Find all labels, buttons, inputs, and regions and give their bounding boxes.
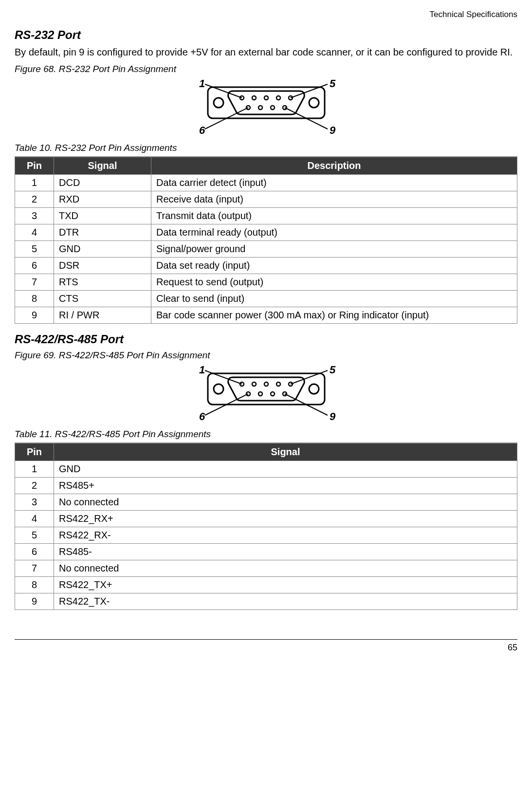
pin-cell: 1 — [15, 461, 54, 478]
pin-cell: 9 — [15, 307, 54, 324]
table-row: 5GNDSignal/power ground — [15, 241, 517, 258]
signal-cell: GND — [54, 461, 517, 478]
table-row: 2RXDReceive data (input) — [15, 191, 517, 208]
table10-caption: Table 10. RS-232 Port Pin Assignments — [15, 143, 517, 153]
signal-cell: RS422_TX+ — [54, 577, 517, 593]
signal-cell: RS422_TX- — [54, 593, 517, 610]
table-row: 2RS485+ — [15, 478, 517, 494]
signal-cell: RS485+ — [54, 478, 517, 494]
desc-cell: Data set ready (input) — [151, 258, 517, 274]
svg-point-2 — [252, 96, 256, 100]
pin-cell: 4 — [15, 511, 54, 527]
pin-cell: 7 — [15, 274, 54, 291]
desc-cell: Data terminal ready (output) — [151, 224, 517, 241]
pin-label-1b: 1 — [199, 364, 205, 376]
signal-cell: RTS — [54, 274, 151, 291]
signal-cell: DCD — [54, 175, 151, 191]
page-content: Technical Specifications RS-232 Port By … — [0, 0, 532, 663]
rs422-pin-table: Pin Signal 1GND2RS485+3No connected4RS42… — [15, 443, 517, 610]
svg-point-20 — [276, 382, 280, 386]
pin-cell: 5 — [15, 241, 54, 258]
svg-point-10 — [214, 98, 223, 108]
pin-label-6: 6 — [199, 124, 205, 136]
signal-cell: No connected — [54, 494, 517, 511]
desc-cell: Request to send (output) — [151, 274, 517, 291]
pin-cell: 1 — [15, 175, 54, 191]
svg-point-18 — [252, 382, 256, 386]
table10-header-desc: Description — [151, 157, 517, 175]
signal-cell: RI / PWR — [54, 307, 151, 324]
table-row: 3TXDTransmit data (output) — [15, 208, 517, 224]
table-row: 4RS422_RX+ — [15, 511, 517, 527]
page-footer: 65 — [15, 639, 517, 653]
svg-point-27 — [309, 384, 319, 394]
pin-cell: 8 — [15, 577, 54, 593]
svg-point-26 — [214, 384, 223, 394]
table-row: 8RS422_TX+ — [15, 577, 517, 593]
figure69-caption: Figure 69. RS-422/RS-485 Port Pin Assign… — [15, 350, 517, 361]
svg-point-7 — [258, 106, 262, 110]
desc-cell: Clear to send (input) — [151, 291, 517, 307]
table10-header-signal: Signal — [54, 157, 151, 175]
pin-cell: 7 — [15, 560, 54, 577]
section-title-rs232: RS-232 Port — [15, 28, 517, 42]
desc-cell: Transmit data (output) — [151, 208, 517, 224]
pin-cell: 9 — [15, 593, 54, 610]
pin-label-6b: 6 — [199, 410, 205, 422]
table11-header-pin: Pin — [15, 443, 54, 461]
page-number: 65 — [508, 643, 517, 652]
section1-paragraph: By default, pin 9 is configured to provi… — [15, 46, 517, 59]
pin-cell: 6 — [15, 544, 54, 560]
pin-label-5b: 5 — [330, 364, 336, 376]
section-title-rs422: RS-422/RS-485 Port — [15, 332, 517, 346]
svg-point-4 — [276, 96, 280, 100]
pin-label-1: 1 — [199, 77, 205, 90]
pin-cell: 5 — [15, 527, 54, 544]
table-row: 7No connected — [15, 560, 517, 577]
signal-cell: DTR — [54, 224, 151, 241]
pin-cell: 3 — [15, 208, 54, 224]
table-row: 1GND — [15, 461, 517, 478]
table10-header-pin: Pin — [15, 157, 54, 175]
signal-cell: CTS — [54, 291, 151, 307]
desc-cell: Bar code scanner power (300 mA max) or R… — [151, 307, 517, 324]
pin-cell: 3 — [15, 494, 54, 511]
pin-label-9b: 9 — [330, 410, 336, 422]
svg-point-24 — [271, 392, 275, 396]
table-row: 6RS485- — [15, 544, 517, 560]
signal-cell: DSR — [54, 258, 151, 274]
svg-point-8 — [271, 106, 275, 110]
signal-cell: RS485- — [54, 544, 517, 560]
svg-point-3 — [264, 96, 268, 100]
desc-cell: Receive data (input) — [151, 191, 517, 208]
svg-point-23 — [258, 392, 262, 396]
table-row: 4DTRData terminal ready (output) — [15, 224, 517, 241]
rs232-pin-table: Pin Signal Description 1DCDData carrier … — [15, 156, 517, 324]
table11-header-signal: Signal — [54, 443, 517, 461]
table-row: 1DCDData carrier detect (input) — [15, 175, 517, 191]
table-row: 7RTSRequest to send (output) — [15, 274, 517, 291]
signal-cell: RXD — [54, 191, 151, 208]
figure68-caption: Figure 68. RS-232 Port Pin Assignment — [15, 64, 517, 74]
desc-cell: Signal/power ground — [151, 241, 517, 258]
pin-cell: 8 — [15, 291, 54, 307]
table-row: 9RI / PWRBar code scanner power (300 mA … — [15, 307, 517, 324]
desc-cell: Data carrier detect (input) — [151, 175, 517, 191]
signal-cell: RS422_RX+ — [54, 511, 517, 527]
signal-cell: No connected — [54, 560, 517, 577]
table-row: 5RS422_RX- — [15, 527, 517, 544]
table-row: 9RS422_TX- — [15, 593, 517, 610]
pin-label-9: 9 — [330, 124, 336, 136]
signal-cell: GND — [54, 241, 151, 258]
svg-point-19 — [264, 382, 268, 386]
pin-label-5: 5 — [330, 77, 336, 90]
signal-cell: TXD — [54, 208, 151, 224]
table-row: 8CTSClear to send (input) — [15, 291, 517, 307]
pin-cell: 2 — [15, 191, 54, 208]
pin-cell: 4 — [15, 224, 54, 241]
pin-cell: 2 — [15, 478, 54, 494]
table-row: 6DSRData set ready (input) — [15, 258, 517, 274]
running-header: Technical Specifications — [15, 10, 517, 19]
signal-cell: RS422_RX- — [54, 527, 517, 544]
table11-caption: Table 11. RS-422/RS-485 Port Pin Assignm… — [15, 429, 517, 440]
